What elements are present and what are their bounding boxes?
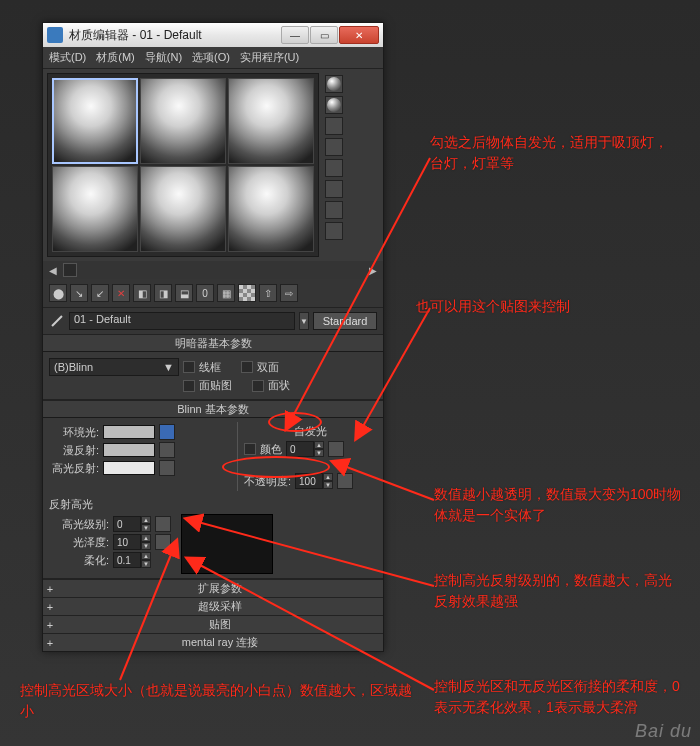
self-illum-spinner[interactable]: ▲▼: [286, 441, 324, 457]
uv-tiling-icon[interactable]: [325, 138, 343, 156]
app-icon: [47, 27, 63, 43]
face-map-checkbox[interactable]: [183, 380, 195, 392]
spin-up-icon[interactable]: ▲: [141, 516, 151, 524]
self-illum-checkbox[interactable]: [244, 443, 256, 455]
put-to-scene-icon[interactable]: ↘: [70, 284, 88, 302]
rollup-mr-label: mental ray 连接: [57, 635, 383, 650]
scroll-right-icon[interactable]: ▶: [369, 265, 377, 276]
select-by-mat-icon[interactable]: [325, 222, 343, 240]
go-to-parent-icon[interactable]: ⇧: [259, 284, 277, 302]
rollup-super-label: 超级采样: [57, 599, 383, 614]
faceted-checkbox[interactable]: [252, 380, 264, 392]
ambient-swatch[interactable]: [103, 425, 155, 439]
specular-level-label: 高光级别:: [49, 517, 109, 532]
menu-mode[interactable]: 模式(D): [49, 50, 86, 65]
self-illum-map-button[interactable]: [328, 441, 344, 457]
material-id-icon[interactable]: 0: [196, 284, 214, 302]
rollup-mental-ray[interactable]: +mental ray 连接: [43, 633, 383, 651]
backlight-icon[interactable]: [325, 96, 343, 114]
shader-params-header[interactable]: 明暗器基本参数: [43, 334, 383, 352]
make-copy-icon[interactable]: ◧: [133, 284, 151, 302]
material-slot[interactable]: [52, 166, 138, 252]
self-illum-value[interactable]: [286, 441, 314, 457]
get-material-icon[interactable]: ⬤: [49, 284, 67, 302]
shader-type-select[interactable]: (B)Blinn ▼: [49, 358, 179, 376]
spin-down-icon[interactable]: ▼: [141, 542, 151, 550]
titlebar[interactable]: 材质编辑器 - 01 - Default — ▭ ✕: [43, 23, 383, 47]
show-end-result-icon[interactable]: [238, 284, 256, 302]
menu-util[interactable]: 实用程序(U): [240, 50, 299, 65]
specular-swatch[interactable]: [103, 461, 155, 475]
spin-down-icon[interactable]: ▼: [314, 449, 324, 457]
self-illum-label: 自发光: [294, 424, 327, 439]
spin-up-icon[interactable]: ▲: [141, 552, 151, 560]
spin-down-icon[interactable]: ▼: [141, 524, 151, 532]
specular-label: 高光反射:: [49, 461, 99, 476]
gloss-value[interactable]: [113, 534, 141, 550]
menu-options[interactable]: 选项(O): [192, 50, 230, 65]
go-forward-icon[interactable]: ⇨: [280, 284, 298, 302]
spin-up-icon[interactable]: ▲: [314, 441, 324, 449]
spin-up-icon[interactable]: ▲: [141, 534, 151, 542]
preview-icon[interactable]: [325, 180, 343, 198]
plus-icon: +: [43, 619, 57, 631]
menu-nav[interactable]: 导航(N): [145, 50, 182, 65]
gloss-spinner[interactable]: ▲▼: [113, 534, 151, 550]
wireframe-label: 线框: [199, 360, 221, 375]
eyedropper-icon[interactable]: [49, 313, 65, 329]
opacity-spinner[interactable]: ▲▼: [295, 473, 333, 489]
plus-icon: +: [43, 601, 57, 613]
material-slot[interactable]: [52, 78, 138, 164]
specular-level-spinner[interactable]: ▲▼: [113, 516, 151, 532]
reset-icon[interactable]: ✕: [112, 284, 130, 302]
faceted-label: 面状: [268, 378, 290, 393]
soften-value[interactable]: [113, 552, 141, 568]
make-unique-icon[interactable]: ◨: [154, 284, 172, 302]
soften-label: 柔化:: [49, 553, 109, 568]
video-check-icon[interactable]: [325, 159, 343, 177]
specular-map-button[interactable]: [159, 460, 175, 476]
material-slot[interactable]: [228, 166, 314, 252]
gloss-map-button[interactable]: [155, 534, 171, 550]
spin-down-icon[interactable]: ▼: [323, 481, 333, 489]
close-button[interactable]: ✕: [339, 26, 379, 44]
assign-icon[interactable]: ↙: [91, 284, 109, 302]
show-in-viewport-icon[interactable]: ▦: [217, 284, 235, 302]
options-icon[interactable]: [325, 201, 343, 219]
soften-spinner[interactable]: ▲▼: [113, 552, 151, 568]
slot-scrollbar[interactable]: ◀ ▶: [43, 261, 383, 279]
background-icon[interactable]: [325, 117, 343, 135]
menu-material[interactable]: 材质(M): [96, 50, 135, 65]
shader-params-panel: (B)Blinn ▼ 线框 双面 面贴图 面状: [43, 352, 383, 400]
material-slot[interactable]: [140, 166, 226, 252]
opacity-value[interactable]: [295, 473, 323, 489]
material-name-input[interactable]: 01 - Default: [69, 312, 295, 330]
material-type-button[interactable]: Standard: [313, 312, 377, 330]
opacity-map-button[interactable]: [337, 473, 353, 489]
diffuse-swatch[interactable]: [103, 443, 155, 457]
rollup-supersample[interactable]: +超级采样: [43, 597, 383, 615]
opacity-label: 不透明度:: [244, 474, 291, 489]
specular-level-map-button[interactable]: [155, 516, 171, 532]
two-sided-checkbox[interactable]: [241, 361, 253, 373]
ambient-lock-icon[interactable]: [159, 424, 175, 440]
specular-level-value[interactable]: [113, 516, 141, 532]
rollup-maps[interactable]: +贴图: [43, 615, 383, 633]
maximize-button[interactable]: ▭: [310, 26, 338, 44]
material-slot[interactable]: [140, 78, 226, 164]
spin-up-icon[interactable]: ▲: [323, 473, 333, 481]
blinn-params-header[interactable]: Blinn 基本参数: [43, 400, 383, 418]
diffuse-map-button[interactable]: [159, 442, 175, 458]
scroll-thumb[interactable]: [63, 263, 77, 277]
two-sided-label: 双面: [257, 360, 279, 375]
scroll-left-icon[interactable]: ◀: [49, 265, 57, 276]
material-slot[interactable]: [228, 78, 314, 164]
wireframe-checkbox[interactable]: [183, 361, 195, 373]
sample-sphere-icon[interactable]: [325, 75, 343, 93]
minimize-button[interactable]: —: [281, 26, 309, 44]
put-to-library-icon[interactable]: ⬓: [175, 284, 193, 302]
spin-down-icon[interactable]: ▼: [141, 560, 151, 568]
name-dropdown-icon[interactable]: ▼: [299, 312, 309, 330]
rollup-extended[interactable]: +扩展参数: [43, 579, 383, 597]
annotation-text: 控制反光区和无反光区衔接的柔和度，0表示无柔化效果，1表示最大柔滑: [434, 676, 684, 718]
